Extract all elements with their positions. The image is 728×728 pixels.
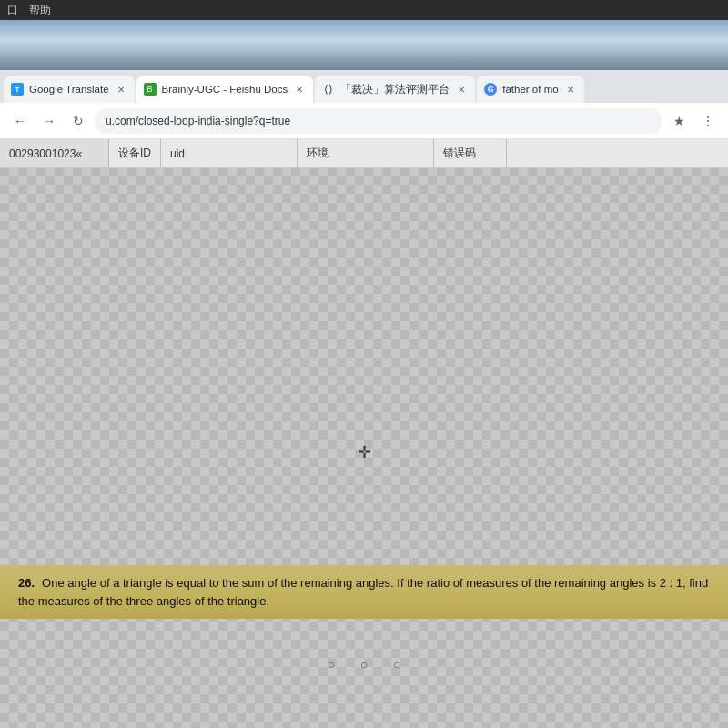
tab-favicon-translate: T <box>11 83 24 96</box>
table-cell-trans: 错误码 <box>434 139 507 167</box>
question-strip: 26.One angle of a triangle is equal to t… <box>0 565 728 619</box>
wallpaper <box>0 20 728 70</box>
tab-close-feishu[interactable]: ✕ <box>455 83 468 96</box>
table-cell-id: 00293001023« <box>0 139 109 167</box>
page-content: 00293001023« 设备ID uid 环境 错误码 ✛ 26.One an… <box>0 139 728 728</box>
browser-window: T Google Translate ✕ B Brainly-UGC - Fei… <box>0 70 728 728</box>
pagination-bar: ○ ○ ○ <box>0 655 728 673</box>
toolbar: ← → ↻ u.com/closed-loop-india-single?q=t… <box>0 103 728 139</box>
tab-feishu[interactable]: ⟨⟩ 「裁决」算法评测平台 ✕ <box>315 76 475 103</box>
tab-brainly[interactable]: B Brainly-UGC - Feishu Docs ✕ <box>136 76 314 103</box>
tab-label-google: father of mo <box>502 84 558 95</box>
tab-google-search[interactable]: G father of mo ✕ <box>477 76 583 103</box>
tab-bar: T Google Translate ✕ B Brainly-UGC - Fei… <box>0 70 728 103</box>
checkered-background: 00293001023« 设备ID uid 环境 错误码 ✛ 26.One an… <box>0 139 728 728</box>
reload-button[interactable]: ↻ <box>66 108 91 134</box>
table-bar: 00293001023« 设备ID uid 环境 错误码 <box>0 139 728 168</box>
tab-close-google[interactable]: ✕ <box>564 83 577 96</box>
crosshair-cursor: ✛ <box>358 442 371 462</box>
forward-button[interactable]: → <box>36 108 62 134</box>
tab-google-translate[interactable]: T Google Translate ✕ <box>4 76 135 103</box>
question-number: 26. <box>18 576 35 590</box>
page-dot-2[interactable]: ○ <box>355 655 373 673</box>
tab-close-brainly[interactable]: ✕ <box>293 83 306 96</box>
bookmark-button[interactable]: ★ <box>666 108 692 134</box>
tab-favicon-feishu: ⟨⟩ <box>322 83 335 96</box>
os-menubar: 口 帮助 <box>0 0 728 20</box>
question-body: One angle of a triangle is equal to the … <box>18 576 708 608</box>
question-text: 26.One angle of a triangle is equal to t… <box>18 574 710 610</box>
table-cell-env: 环境 <box>298 139 434 167</box>
menu-button[interactable]: ⋮ <box>695 108 721 134</box>
address-bar[interactable]: u.com/closed-loop-india-single?q=true <box>95 108 662 134</box>
tab-label-feishu: 「裁决」算法评测平台 <box>340 83 450 96</box>
tab-close-translate[interactable]: ✕ <box>115 83 127 96</box>
page-dot-1[interactable]: ○ <box>322 655 340 673</box>
table-cell-uid: uid <box>161 139 298 167</box>
tab-favicon-google: G <box>484 83 497 96</box>
url-text: u.com/closed-loop-india-single?q=true <box>106 115 290 127</box>
tab-label-brainly: Brainly-UGC - Feishu Docs <box>162 84 288 95</box>
tab-label-translate: Google Translate <box>29 84 109 95</box>
page-dot-3[interactable]: ○ <box>388 655 406 673</box>
os-menu-item-1[interactable]: 口 <box>7 3 18 18</box>
os-menu-item-2[interactable]: 帮助 <box>29 3 51 18</box>
table-cell-device: 设备ID <box>109 139 161 167</box>
tab-favicon-brainly: B <box>144 83 157 96</box>
back-button[interactable]: ← <box>7 108 33 134</box>
